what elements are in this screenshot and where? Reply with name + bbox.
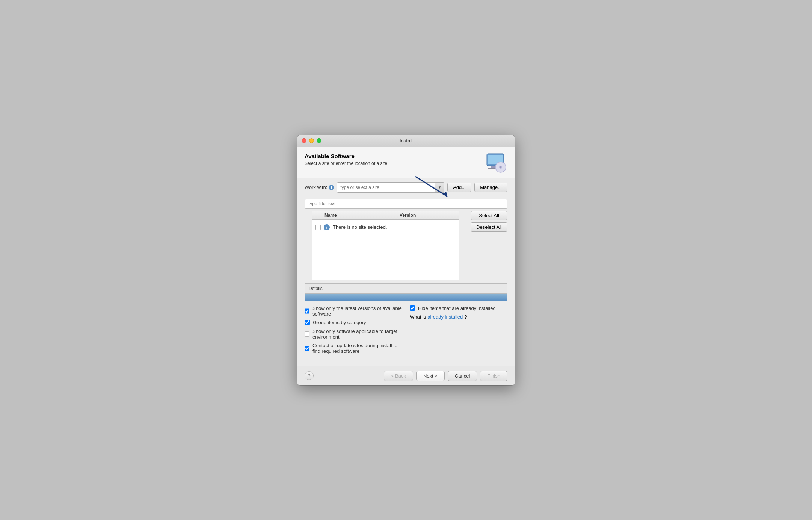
bottom-bar: ? < Back Next > Cancel Finish [297,366,515,385]
details-bar [305,294,507,301]
install-window: Install Available Software Select a site… [297,135,515,385]
site-input-wrapper[interactable]: ▼ [337,182,444,193]
work-with-row: Work with: i ▼ Add... Manage... [297,178,515,197]
show-applicable-label[interactable]: Show only software applicable to target … [312,328,402,340]
no-site-info-icon: i [324,224,330,230]
help-button[interactable]: ? [305,371,314,380]
computer-cd-icon [485,153,507,174]
already-installed-link[interactable]: already installed [427,314,463,320]
nav-buttons: < Back Next > Cancel Finish [384,371,507,381]
traffic-lights [302,138,321,143]
show-latest-label[interactable]: Show only the latest versions of availab… [312,305,402,317]
details-label: Details [305,283,507,293]
maximize-button[interactable] [317,138,321,143]
no-site-message: There is no site selected. [333,224,387,230]
version-col-header: Version [400,213,456,218]
header-text: Available Software Select a site or ente… [305,153,388,166]
options-two-col: Show only the latest versions of availab… [305,305,507,357]
filter-row [297,197,515,211]
options-left: Show only the latest versions of availab… [305,305,402,357]
cancel-button[interactable]: Cancel [448,371,477,381]
page-subtitle: Select a site or enter the location of a… [305,161,388,166]
what-is-suffix: ? [464,314,467,320]
options-section: Show only the latest versions of availab… [297,301,515,360]
show-latest-row: Show only the latest versions of availab… [305,305,402,317]
work-with-text: Work with: [305,184,327,190]
info-icon: i [329,185,334,190]
details-bar-wrapper [305,293,507,301]
contact-update-sites-label[interactable]: Contact all update sites during install … [312,343,402,354]
table-header: Name Version [312,211,459,220]
software-table: Name Version i There is no site selected… [312,211,459,280]
minimize-button[interactable] [309,138,314,143]
no-site-row: i There is no site selected. [315,223,456,232]
name-col-header: Name [324,213,400,218]
svg-point-6 [500,166,501,168]
hide-installed-checkbox[interactable] [410,305,415,311]
add-button[interactable]: Add... [447,183,471,192]
group-by-category-row: Group items by category [305,320,402,325]
main-content-area: Name Version i There is no site selected… [297,211,515,280]
page-title: Available Software [305,153,388,159]
what-is-prefix: What is [410,314,426,320]
table-wrapper: Name Version i There is no site selected… [305,211,467,280]
group-by-category-label[interactable]: Group items by category [313,320,366,325]
table-body: i There is no site selected. [312,220,459,280]
show-applicable-row: Show only software applicable to target … [305,328,402,340]
site-dropdown-button[interactable]: ▼ [435,183,444,192]
next-button[interactable]: Next > [416,371,445,381]
window-title: Install [400,138,412,144]
already-installed-row: What is already installed ? [410,314,507,320]
show-applicable-checkbox[interactable] [305,331,309,337]
manage-button[interactable]: Manage... [474,183,507,192]
close-button[interactable] [302,138,306,143]
back-button[interactable]: < Back [384,371,413,381]
work-with-label: Work with: i [305,184,334,190]
show-latest-checkbox[interactable] [305,308,309,314]
no-site-checkbox[interactable] [315,225,321,230]
details-section: Details [305,283,507,301]
title-bar: Install [297,135,515,147]
finish-button[interactable]: Finish [480,371,507,381]
select-all-button[interactable]: Select All [471,211,507,220]
software-icon [485,153,507,174]
group-by-category-checkbox[interactable] [305,320,310,325]
contact-update-sites-checkbox[interactable] [305,346,309,351]
right-buttons: Select All Deselect All [467,211,507,280]
options-right: Hide items that are already installed Wh… [410,305,507,357]
contact-update-sites-row: Contact all update sites during install … [305,343,402,354]
header-section: Available Software Select a site or ente… [297,147,515,178]
filter-input[interactable] [305,199,507,209]
hide-installed-row: Hide items that are already installed [410,305,507,311]
deselect-all-button[interactable]: Deselect All [471,222,507,232]
site-input[interactable] [337,183,435,192]
hide-installed-label[interactable]: Hide items that are already installed [418,305,496,311]
